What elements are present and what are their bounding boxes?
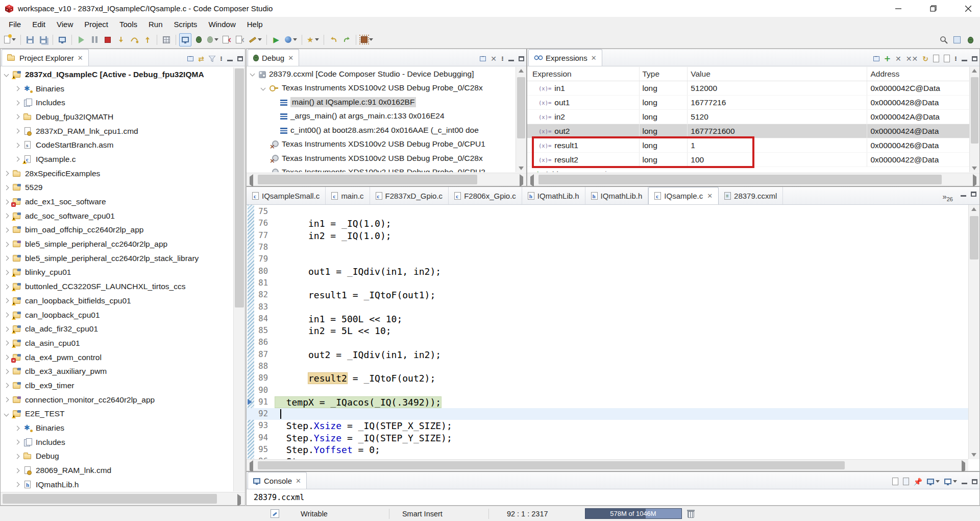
chevron-right-icon[interactable] [4,313,9,318]
search-button[interactable] [938,33,950,46]
maximize-panel-button[interactable] [237,56,243,61]
step-over-button[interactable] [128,33,140,46]
chevron-right-icon[interactable] [15,425,20,431]
close-icon[interactable]: ✕ [288,55,293,61]
debug-tree-item[interactable]: main() at IQsample.c:91 0x0162BF [247,95,515,109]
column-header-expression[interactable]: Expression [527,67,640,81]
code-line[interactable]: 77 in2 = _IQ(1.0); [247,230,968,242]
expression-row[interactable]: (x)=in1long5120000x0000042C@Data [527,81,969,96]
project-tree-item[interactable]: IQsample.c [1,152,233,167]
code-line[interactable]: 75 [247,206,968,218]
chevron-right-icon[interactable] [4,397,9,402]
clear-console-button[interactable] [903,478,909,485]
tab-project-explorer[interactable]: Project Explorer ✕ [2,49,89,66]
editor-vertical-scrollbar[interactable] [968,205,979,459]
refresh-button[interactable]: ↻ [922,55,928,62]
project-tree-item[interactable]: Includes [1,96,233,110]
menu-item-file[interactable]: File [3,18,27,31]
project-tree-item[interactable]: IQmathLib.h [1,478,233,491]
step-return-button[interactable] [141,33,154,46]
garbage-collect-icon[interactable] [687,509,695,518]
terminate-button[interactable] [102,33,114,46]
resume-button[interactable] [75,33,87,46]
chevron-right-icon[interactable] [15,114,20,120]
project-tree-item[interactable]: can_loopback_bitfields_cpu01 [1,294,233,308]
open-console-button[interactable] [944,479,957,484]
code-line[interactable]: 84 in1 = 500L << 10; [247,313,968,325]
expressions-vertical-scrollbar[interactable] [969,67,979,172]
debug-vertical-scrollbar[interactable] [516,67,526,172]
expressions-horizontal-scrollbar[interactable] [527,173,979,186]
chevron-right-icon[interactable] [15,157,20,162]
menu-item-window[interactable]: Window [203,18,241,31]
project-tree-item[interactable]: connection_monitor_cc2640r2lp_app [1,393,233,407]
chevron-right-icon[interactable] [4,199,9,204]
view-menu-button[interactable]: ⁝ [220,56,223,61]
project-tree-item[interactable]: 28xSpecificExamples [1,167,233,181]
profile-button[interactable] [206,33,220,46]
chevron-right-icon[interactable] [4,227,9,232]
remove-all-expressions-button[interactable]: ✕✕ [906,55,918,62]
project-tree-item[interactable]: 5529 [1,181,233,195]
close-icon[interactable]: ✕ [591,55,597,61]
maximize-panel-button[interactable] [519,56,524,61]
build-button[interactable] [248,33,263,46]
new-wizard-button[interactable]: ★ [305,33,321,46]
project-tree-item[interactable]: clb_ex9_timer [1,378,233,393]
chevron-right-icon[interactable] [4,355,9,360]
code-line[interactable]: 80 out1 = _IQdiv(in1, in2); [247,265,968,277]
menu-item-help[interactable]: Help [241,18,268,31]
chevron-right-icon[interactable] [4,298,9,303]
chevron-right-icon[interactable] [15,440,20,445]
project-tree-item[interactable]: buttonled_CC3220SF_LAUNCHXL_tirtos_ccs [1,279,233,294]
collapse-all-button[interactable] [873,56,879,61]
collapse-all-button[interactable] [187,56,193,61]
code-line[interactable]: 92 [247,408,968,420]
code-line[interactable]: 90 [247,384,968,396]
code-line[interactable]: 94 Step.Ysize = _IQ(STEP_Y_SIZE); [247,432,968,444]
code-line[interactable]: 95 Step.Yoffset = 0; [247,444,968,456]
ccs-edit-perspective-button[interactable] [951,33,963,46]
tab-expressions[interactable]: Expressions ✕ [528,49,602,66]
editor-tab-iqmathlib-h[interactable]: IQmathLib.h [585,187,649,204]
chevron-right-icon[interactable] [15,454,20,459]
menu-item-run[interactable]: Run [143,18,168,31]
chevron-right-icon[interactable] [4,284,9,289]
redo-button[interactable] [340,33,353,46]
code-line[interactable]: 79 [247,253,968,265]
project-tree-item[interactable]: Binaries [1,421,233,435]
chevron-right-icon[interactable] [4,242,9,247]
chevron-right-icon[interactable] [4,341,9,346]
menu-item-edit[interactable]: Edit [27,18,51,31]
window-close-button[interactable] [957,0,980,17]
view-registers-button[interactable] [160,33,173,46]
close-icon[interactable]: ✕ [707,193,713,199]
pin-console-button[interactable]: 📌 [914,478,922,485]
debug-tree-item[interactable]: c_int00() at boot28.asm:264 0x016AAE (_c… [247,123,515,137]
expression-row[interactable]: (x)=in2long51200x0000042A@Data [527,110,969,124]
project-tree-item[interactable]: Binaries [1,82,233,96]
code-area[interactable]: 7576 in1 = _IQ(1.0);77 in2 = _IQ(1.0);78… [247,205,968,459]
code-line[interactable]: 96 Step. [247,456,968,459]
save-all-button[interactable] [37,33,50,46]
chevron-down-icon[interactable] [261,85,266,90]
remove-expression-button[interactable]: ✕ [895,55,901,62]
chevron-right-icon[interactable] [4,383,9,388]
chevron-right-icon[interactable] [4,369,9,374]
project-tree-item[interactable]: Debug [1,449,233,464]
code-line[interactable]: 81 [247,277,968,289]
chevron-right-icon[interactable] [4,185,9,190]
new-button[interactable] [3,33,17,46]
project-tree-item[interactable]: 2837xd_IQsampleC [Active - Debug_fpu32IQ… [1,67,233,82]
project-tree-item[interactable]: Debug_fpu32IQMATH [1,110,233,124]
minimize-panel-button[interactable] [962,479,967,484]
project-tree-item[interactable]: cla_adc_fir32_cpu01 [1,322,233,336]
debug-tree-item[interactable]: Texas Instruments XDS100v2 USB Debug Pro… [247,81,515,96]
menu-item-scripts[interactable]: Scripts [168,18,203,31]
display-selected-console-button[interactable] [927,479,940,484]
chevron-right-icon[interactable] [15,482,20,487]
project-tree-item[interactable]: blinky_cpu01 [1,266,233,280]
chevron-right-icon[interactable] [4,256,9,261]
project-tree-item[interactable]: ble5_simple_peripheral_cc2640r2lp_app [1,237,233,251]
remove-all-breakpoints-button[interactable]: × [234,33,247,46]
